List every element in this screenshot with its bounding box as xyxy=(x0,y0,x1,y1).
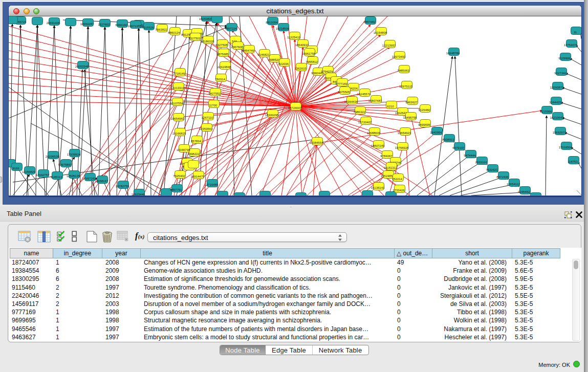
svg-text:7857224: 7857224 xyxy=(225,27,237,30)
svg-text:9327508: 9327508 xyxy=(215,43,228,47)
svg-text:9227342: 9227342 xyxy=(554,72,567,75)
svg-text:7955812: 7955812 xyxy=(306,60,318,63)
svg-text:7663822: 7663822 xyxy=(155,28,167,31)
svg-text:11156829: 11156829 xyxy=(22,170,35,173)
svg-text:10973493: 10973493 xyxy=(392,55,406,58)
svg-text:13716485: 13716485 xyxy=(205,183,219,186)
svg-text:9777169: 9777169 xyxy=(335,82,347,85)
svg-text:12353563: 12353563 xyxy=(199,127,213,130)
svg-text:18724007: 18724007 xyxy=(288,106,302,110)
svg-text:1640954: 1640954 xyxy=(430,131,442,134)
svg-text:780314: 780314 xyxy=(215,78,226,81)
svg-text:8813054: 8813054 xyxy=(266,21,278,24)
svg-text:10107554: 10107554 xyxy=(170,102,184,105)
svg-text:16053809: 16053809 xyxy=(199,17,213,20)
svg-text:12923446: 12923446 xyxy=(132,193,145,195)
svg-text:15720407: 15720407 xyxy=(358,121,372,124)
svg-text:19384554: 19384554 xyxy=(310,141,323,144)
svg-text:16782759: 16782759 xyxy=(116,185,129,188)
svg-text:18807249: 18807249 xyxy=(371,144,385,147)
svg-text:12213957: 12213957 xyxy=(382,44,396,47)
svg-text:9699695: 9699695 xyxy=(418,123,430,126)
svg-text:9115460: 9115460 xyxy=(419,108,431,112)
svg-text:7515526: 7515526 xyxy=(142,26,154,29)
svg-text:11700: 11700 xyxy=(209,104,217,107)
svg-text:10653287: 10653287 xyxy=(80,23,94,26)
svg-text:1244415: 1244415 xyxy=(549,101,561,104)
svg-text:15136141: 15136141 xyxy=(371,186,385,189)
svg-text:7485063: 7485063 xyxy=(397,69,409,72)
svg-text:13751074: 13751074 xyxy=(564,43,578,47)
svg-text:12975115: 12975115 xyxy=(399,85,413,88)
svg-text:19166825: 19166825 xyxy=(172,132,186,135)
svg-text:19218506: 19218506 xyxy=(276,27,290,30)
svg-text:19756928: 19756928 xyxy=(395,146,409,149)
svg-text:1527602: 1527602 xyxy=(98,23,110,26)
svg-text:8938913: 8938913 xyxy=(442,138,454,141)
svg-text:7632621: 7632621 xyxy=(486,168,498,171)
svg-text:20053346: 20053346 xyxy=(75,65,89,68)
svg-text:1733426: 1733426 xyxy=(393,189,405,192)
svg-text:93975867: 93975867 xyxy=(58,163,72,166)
svg-text:19654963: 19654963 xyxy=(171,117,185,120)
svg-text:2718149: 2718149 xyxy=(173,72,185,75)
svg-text:8215956: 8215956 xyxy=(540,110,552,113)
svg-text:18300295: 18300295 xyxy=(265,114,279,117)
svg-text:18640910: 18640910 xyxy=(295,43,309,47)
svg-text:1362615: 1362615 xyxy=(294,67,307,70)
svg-text:12213319: 12213319 xyxy=(171,86,185,90)
svg-text:12505135: 12505135 xyxy=(67,174,80,178)
svg-text:20206526: 20206526 xyxy=(46,155,59,158)
svg-text:9463627: 9463627 xyxy=(405,101,418,104)
svg-text:1145113: 1145113 xyxy=(51,176,62,179)
svg-text:10654112: 10654112 xyxy=(507,183,520,186)
svg-text:3875685: 3875685 xyxy=(216,53,229,56)
svg-text:12942757: 12942757 xyxy=(36,173,50,177)
svg-text:9193: 9193 xyxy=(12,167,19,170)
svg-text:9146821: 9146821 xyxy=(257,53,270,56)
svg-text:17939924: 17939924 xyxy=(67,153,81,156)
svg-text:9129906: 9129906 xyxy=(558,57,571,60)
svg-text:10046798: 10046798 xyxy=(177,148,190,151)
svg-text:20364436: 20364436 xyxy=(344,100,358,103)
svg-text:10688609: 10688609 xyxy=(367,132,381,135)
svg-text:18186328: 18186328 xyxy=(201,40,214,43)
svg-text:7986322: 7986322 xyxy=(353,111,365,114)
svg-text:20691406: 20691406 xyxy=(47,21,60,25)
svg-text:16671355: 16671355 xyxy=(128,25,142,28)
svg-text:3267110: 3267110 xyxy=(202,116,214,119)
svg-text:1498222: 1498222 xyxy=(187,152,200,156)
svg-text:857834: 857834 xyxy=(191,140,202,143)
svg-text:9474444: 9474444 xyxy=(464,154,476,157)
svg-text:8471636: 8471636 xyxy=(496,176,509,179)
svg-text:19958167: 19958167 xyxy=(95,180,108,183)
svg-text:116753: 116753 xyxy=(568,160,578,163)
svg-text:822036: 822036 xyxy=(278,62,289,65)
svg-text:16210643: 16210643 xyxy=(550,116,564,119)
svg-text:16154808: 16154808 xyxy=(374,31,387,34)
svg-text:6466160: 6466160 xyxy=(115,24,127,27)
svg-text:16245574: 16245574 xyxy=(357,93,371,96)
svg-text:252214: 252214 xyxy=(392,178,403,181)
svg-text:22424848: 22424848 xyxy=(217,65,231,69)
svg-text:15495758: 15495758 xyxy=(403,116,417,119)
svg-text:9327503: 9327503 xyxy=(188,37,201,40)
svg-text:9784067: 9784067 xyxy=(380,155,393,158)
svg-text:16961758: 16961758 xyxy=(302,52,316,55)
svg-text:6475505: 6475505 xyxy=(338,91,350,94)
svg-text:19654923: 19654923 xyxy=(398,132,411,135)
svg-text:10807487: 10807487 xyxy=(368,99,382,102)
svg-text:2967608: 2967608 xyxy=(231,46,243,49)
svg-text:8454749: 8454749 xyxy=(242,49,254,52)
svg-text:11: 11 xyxy=(574,31,577,34)
svg-text:6210: 6210 xyxy=(387,105,394,108)
svg-text:6479197: 6479197 xyxy=(452,146,465,149)
svg-text:16151312: 16151312 xyxy=(384,166,398,169)
svg-text:9427552: 9427552 xyxy=(208,92,221,95)
svg-text:8860124: 8860124 xyxy=(168,31,180,34)
svg-text:2933114: 2933114 xyxy=(475,161,488,164)
svg-text:7625402: 7625402 xyxy=(173,174,185,178)
svg-text:2887682: 2887682 xyxy=(363,20,376,24)
svg-text:9245652: 9245652 xyxy=(518,190,530,193)
svg-text:16648784: 16648784 xyxy=(446,52,460,55)
